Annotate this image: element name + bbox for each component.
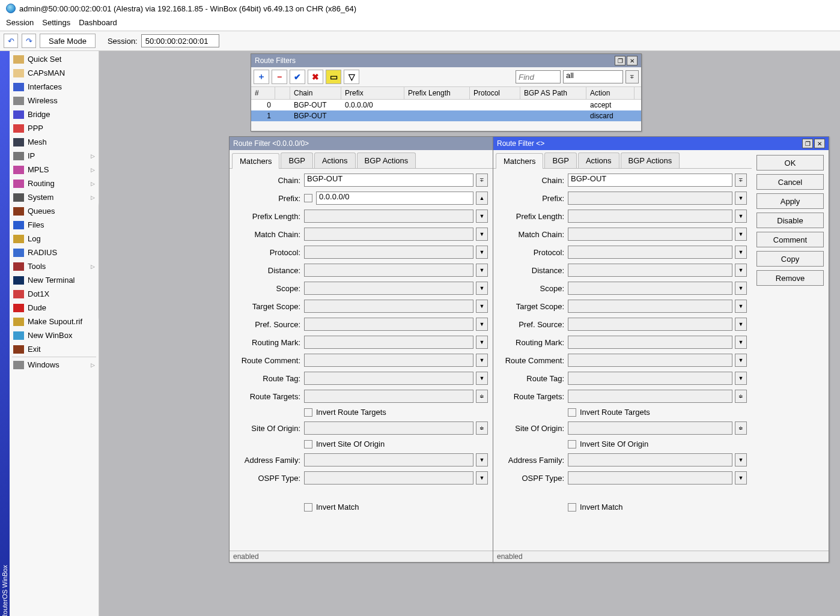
form-input[interactable] [568, 471, 732, 485]
remove-button[interactable]: − [272, 70, 287, 84]
chevron-down-icon[interactable]: ▼ [476, 228, 488, 241]
dialog2-titlebar[interactable]: Route Filter <> ❐ ✕ [493, 137, 829, 150]
chevron-down-icon[interactable]: ▼ [735, 264, 747, 277]
ok-button[interactable]: OK [756, 155, 824, 171]
form-input[interactable] [568, 282, 732, 295]
sidebar-item-windows[interactable]: Windows▷ [10, 358, 99, 372]
chevron-down-icon[interactable]: ▼ [735, 354, 747, 367]
form-input[interactable] [304, 264, 473, 277]
form-input[interactable] [304, 372, 473, 385]
form-input[interactable] [568, 336, 732, 349]
filter-select-dropdown[interactable]: ∓ [625, 70, 639, 83]
prefix-input[interactable] [568, 192, 732, 205]
chain-input[interactable]: BGP-OUT [304, 174, 473, 187]
sidebar-item-files[interactable]: Files [10, 218, 99, 232]
chevron-down-icon[interactable]: ▼ [476, 372, 488, 385]
chevron-down-icon[interactable]: ▼ [735, 372, 747, 385]
chevron-down-icon[interactable]: ▼ [476, 453, 488, 467]
chevron-down-icon[interactable]: ▼ [735, 318, 747, 331]
form-input[interactable] [568, 453, 732, 467]
checkbox[interactable] [568, 503, 576, 512]
collapse-icon[interactable]: ▲ [476, 192, 488, 205]
form-input[interactable] [568, 372, 732, 385]
spinner-icon[interactable]: ≑ [476, 421, 488, 435]
checkbox[interactable] [304, 440, 312, 448]
sidebar-item-capsman[interactable]: CAPsMAN [10, 66, 99, 80]
apply-button[interactable]: Apply [756, 193, 824, 209]
find-input[interactable] [516, 70, 561, 83]
enable-button[interactable]: ✔ [290, 70, 305, 84]
chevron-down-icon[interactable]: ▼ [735, 471, 747, 485]
column-header[interactable]: Protocol [470, 87, 520, 99]
chevron-down-icon[interactable]: ▼ [476, 246, 488, 259]
tab-bgp-actions[interactable]: BGP Actions [621, 152, 680, 168]
chevron-down-icon[interactable]: ▼ [476, 300, 488, 313]
column-header[interactable]: Chain [290, 87, 341, 99]
form-input[interactable] [568, 318, 732, 331]
form-input[interactable] [304, 282, 473, 295]
window-restore-icon[interactable]: ❐ [615, 56, 625, 65]
chevron-down-icon[interactable]: ▼ [476, 210, 488, 223]
form-input[interactable] [304, 210, 473, 223]
cancel-button[interactable]: Cancel [756, 174, 824, 190]
chevron-down-icon[interactable]: ▼ [735, 300, 747, 313]
sidebar-item-interfaces[interactable]: Interfaces [10, 80, 99, 94]
sidebar-item-bridge[interactable]: Bridge [10, 107, 99, 121]
dropdown-icon[interactable]: ∓ [476, 174, 488, 187]
prefix-input[interactable]: 0.0.0.0/0 [316, 192, 473, 205]
form-input[interactable] [304, 471, 473, 485]
copy-button[interactable]: Copy [756, 251, 824, 267]
tab-actions[interactable]: Actions [578, 152, 619, 168]
comment-button[interactable]: ▭ [326, 70, 341, 84]
menu-dashboard[interactable]: Dashboard [79, 18, 117, 27]
tab-bgp[interactable]: BGP [281, 152, 312, 168]
form-input[interactable] [304, 246, 473, 259]
chevron-down-icon[interactable]: ▼ [476, 354, 488, 367]
add-button[interactable]: ＋ [254, 70, 269, 84]
sidebar-item-mesh[interactable]: Mesh [10, 135, 99, 149]
sidebar-item-radius[interactable]: RADIUS [10, 246, 99, 259]
form-input[interactable] [304, 300, 473, 313]
tab-matchers[interactable]: Matchers [496, 153, 543, 169]
form-input[interactable] [304, 421, 473, 435]
session-input[interactable]: 50:00:00:02:00:01 [141, 34, 219, 47]
spinner-icon[interactable]: ≑ [735, 390, 747, 403]
sidebar-item-dot1x[interactable]: Dot1X [10, 287, 99, 301]
redo-button[interactable]: ↷ [22, 34, 36, 48]
chevron-down-icon[interactable]: ▼ [735, 336, 747, 349]
sidebar-item-ip[interactable]: IP▷ [10, 149, 99, 163]
chevron-down-icon[interactable]: ▼ [476, 336, 488, 349]
tab-bgp-actions[interactable]: BGP Actions [357, 152, 416, 168]
form-input[interactable] [568, 300, 732, 313]
form-input[interactable] [304, 453, 473, 467]
chevron-down-icon[interactable]: ▼ [735, 210, 747, 223]
window-restore-icon[interactable]: ❐ [802, 139, 813, 148]
close-icon[interactable]: ✕ [627, 56, 638, 65]
menu-session[interactable]: Session [6, 18, 34, 27]
undo-button[interactable]: ↶ [4, 34, 18, 48]
sidebar-item-system[interactable]: System▷ [10, 190, 99, 204]
chevron-down-icon[interactable]: ▼ [476, 264, 488, 277]
table-row[interactable]: 0BGP-OUT0.0.0.0/0accept [251, 100, 641, 110]
chevron-down-icon[interactable]: ▼ [476, 282, 488, 295]
column-header[interactable]: Prefix [341, 87, 404, 99]
checkbox[interactable] [304, 408, 312, 417]
table-row[interactable]: 1BGP-OUTdiscard [251, 110, 641, 121]
filter-select[interactable]: all [563, 70, 623, 83]
column-header[interactable] [275, 87, 290, 99]
form-input[interactable] [304, 228, 473, 241]
form-input[interactable] [304, 354, 473, 367]
filter-icon[interactable]: ▽ [344, 70, 359, 84]
checkbox[interactable] [568, 440, 576, 448]
form-input[interactable] [568, 246, 732, 259]
tab-actions[interactable]: Actions [314, 152, 356, 168]
spinner-icon[interactable]: ≑ [735, 421, 747, 435]
form-input[interactable] [568, 264, 732, 277]
form-input[interactable] [568, 354, 732, 367]
tab-matchers[interactable]: Matchers [232, 153, 279, 169]
chevron-down-icon[interactable]: ▼ [735, 246, 747, 259]
sidebar-item-tools[interactable]: Tools▷ [10, 259, 99, 273]
form-input[interactable] [304, 390, 473, 403]
chevron-down-icon[interactable]: ▼ [735, 282, 747, 295]
form-input[interactable] [568, 421, 732, 435]
